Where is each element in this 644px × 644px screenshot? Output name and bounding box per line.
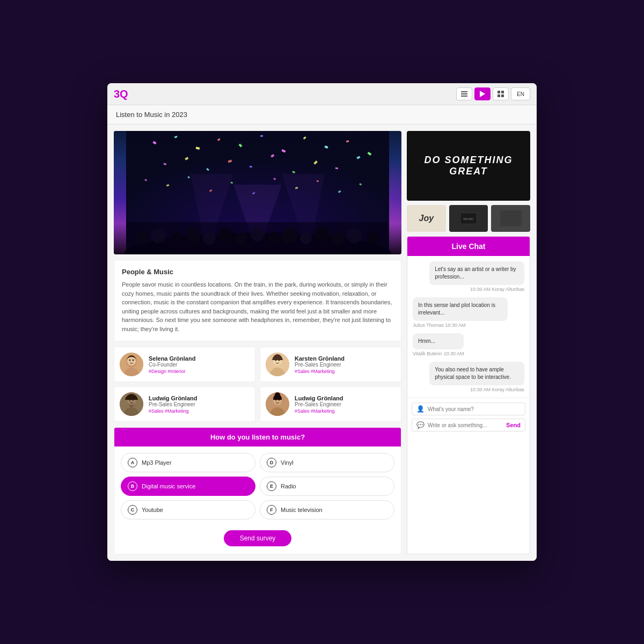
svg-point-47 [136,232,149,245]
svg-point-52 [218,228,233,243]
team-tags: #Sales #Marketing [295,369,345,374]
team-tags: #Sales #Marketing [295,408,343,414]
message-input-wrapper[interactable]: 💬 Send [412,419,525,431]
thumbnail-row: Joy MUSIC [407,205,530,232]
avatar [120,353,143,376]
bars-view-button[interactable] [456,87,472,100]
svg-text:MUSIC: MUSIC [463,217,474,221]
option-label-d: Vinyl [281,459,294,466]
team-info: Karsten Grönland Pre-Sales Engineer #Sal… [295,355,345,374]
left-panel: People & Music People savor music in cou… [114,131,401,554]
brand-logo: 3Q [114,88,128,100]
thumb-dark-icon: MUSIC [458,210,479,226]
main-thumb-text: DO SOMETHING GREAT [407,155,530,177]
svg-point-55 [267,232,280,245]
team-name: Ludwig Grönland [149,395,197,401]
survey-question: How do you listen to music? [210,433,305,441]
chat-message-2: In this sense land plot location is irre… [413,297,508,328]
survey-option-b[interactable]: B Digital music service [121,477,255,496]
chat-send-button[interactable]: Send [506,422,521,428]
thumb-darker-icon [500,210,522,226]
option-letter-a: A [128,458,137,467]
option-label-e: Radio [281,483,296,489]
svg-point-54 [251,228,265,241]
right-panel: DO SOMETHING GREAT Joy MUSIC [407,131,530,554]
chat-icon: 💬 [416,421,425,429]
browser-window: 3Q EN Listen to Music in 2023 [107,83,537,561]
team-grid: Selena Grönland Co-Founder #Design #Inte… [114,347,401,422]
chat-bubble: You also need to have ample physical spa… [429,362,524,385]
team-tags: #Sales #Marketing [149,408,197,414]
survey-section: How do you listen to music? A Mp3 Player… [114,427,401,554]
avatar [266,353,289,376]
name-input-wrapper[interactable]: 👤 [412,402,525,415]
option-letter-e: E [267,481,276,491]
svg-point-83 [275,392,280,398]
svg-point-59 [332,232,345,245]
send-survey-button[interactable]: Send survey [224,530,292,546]
live-chat: Live Chat Let's say as an artist or a wr… [407,236,530,554]
option-label-a: Mp3 Player [142,459,172,466]
option-letter-f: F [267,505,276,515]
option-label-b: Digital music service [142,483,195,489]
chat-header: Live Chat [407,237,530,256]
svg-point-67 [133,360,134,361]
svg-point-57 [300,232,312,244]
team-card: Karsten Grönland Pre-Sales Engineer #Sal… [260,347,401,382]
name-input[interactable] [428,406,521,412]
chat-message-1: Let's say as an artist or a writer by pr… [429,261,524,292]
lang-button[interactable]: EN [511,87,530,100]
svg-rect-4 [497,91,500,93]
team-card: Ludwig Grönland Pre-Sales Engineer #Sale… [114,386,255,422]
survey-option-d[interactable]: D Vinyl [260,453,394,472]
thumbnail-joy[interactable]: Joy [407,205,446,232]
svg-point-60 [347,228,362,243]
team-name: Karsten Grönland [295,355,345,362]
chat-messages: Let's say as an artist or a writer by pr… [407,256,530,398]
team-tags: #Design #Interior [149,369,195,374]
chat-message-4: You also need to have ample physical spa… [429,362,524,392]
svg-rect-7 [501,94,504,97]
option-letter-b: B [128,481,137,491]
survey-option-e[interactable]: E Radio [260,477,394,496]
avatar [120,392,143,416]
info-body: People savor music in countless location… [122,280,393,333]
team-role: Pre-Sales Engineer [295,401,343,407]
svg-rect-87 [500,210,522,226]
main-content: People & Music People savor music in cou… [107,125,537,561]
option-label-c: Youtube [142,507,163,513]
team-name: Selena Grönland [149,355,195,362]
thumbnail-dark[interactable]: MUSIC [449,205,488,232]
survey-option-f[interactable]: F Music television [260,500,394,519]
survey-option-c[interactable]: C Youtube [121,500,255,519]
team-info: Ludwig Grönland Pre-Sales Engineer #Sale… [295,395,343,414]
hero-image-inner [114,131,401,254]
svg-point-49 [171,232,183,244]
team-role: Pre-Sales Engineer [295,362,345,368]
chat-meta: Julius Thomas 10:30 AM [413,323,508,328]
chat-sender: Koray Altunbas [492,287,524,292]
chat-time: 10:30 AM [470,387,491,392]
page-title-bar: Listen to Music in 2023 [107,105,537,125]
thumbnail-darker[interactable] [491,205,530,232]
chat-bubble: Hmm... [413,333,464,349]
grid-view-button[interactable] [493,87,509,100]
chat-sender: Julius Thomas [413,323,444,328]
survey-option-a[interactable]: A Mp3 Player [121,453,255,472]
play-view-button[interactable] [474,87,491,100]
team-info: Ludwig Grönland Pre-Sales Engineer #Sale… [149,395,197,414]
svg-point-56 [282,228,297,243]
option-letter-d: D [267,458,276,467]
chat-inputs: 👤 💬 Send [407,398,530,436]
team-card: Ludwig Grönland Pre-Sales Engineer #Sale… [260,386,401,422]
team-role: Co-Founder [149,362,195,368]
main-video-thumbnail[interactable]: DO SOMETHING GREAT [407,131,530,201]
chat-title: Live Chat [451,242,485,251]
info-card: People & Music People savor music in cou… [114,260,401,341]
svg-point-51 [203,232,216,245]
message-input[interactable] [428,422,504,428]
svg-rect-2 [461,96,467,97]
svg-rect-6 [497,94,500,97]
chat-meta: Vitalik Buterin 10:30 AM [413,351,464,356]
chat-time: 10:30 AM [445,323,465,328]
